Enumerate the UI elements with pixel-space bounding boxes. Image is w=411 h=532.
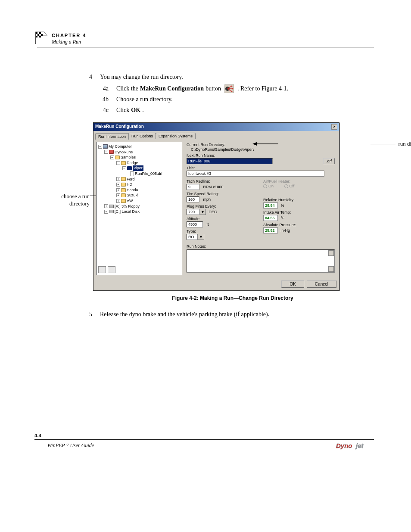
step-number: 4 (37, 72, 100, 81)
substep-number: 4b (37, 95, 116, 104)
tree-label[interactable]: Dodge (127, 160, 138, 166)
page-number: 4-4 (34, 433, 41, 438)
close-icon[interactable]: × (331, 124, 337, 130)
svg-rect-1 (39, 32, 41, 34)
directory-tree[interactable]: −My Computer −DynoRuns −Samples −Dodge −… (96, 142, 182, 275)
text: Click (116, 106, 129, 115)
expand-icon[interactable]: + (116, 199, 120, 203)
plug-input[interactable]: 720 (187, 209, 199, 215)
tree-label[interactable]: [A:] 3½ Floppy (115, 204, 140, 209)
tire-input[interactable]: 160 (187, 196, 199, 202)
intake-temp-value: 84.55 (263, 215, 278, 221)
body-content: 4 You may change the run directory. 4a C… (37, 72, 381, 321)
tree-label[interactable]: HD (127, 182, 132, 187)
tab-run-options[interactable]: Run Options (128, 133, 156, 139)
folder-icon (121, 188, 126, 192)
label-next-run-name: Next Run Name: (187, 153, 335, 158)
folder-icon (121, 183, 126, 187)
page-footer: 4-4 WinPEP 7 User Guide Dyno jet (34, 439, 374, 452)
new-folder-icon[interactable] (98, 266, 106, 273)
folder-icon (115, 156, 120, 159)
label-tach-redline: Tach Redline: (187, 179, 251, 184)
scrollbar-up-icon[interactable] (328, 250, 334, 256)
type-select[interactable]: RO (187, 234, 198, 240)
folder-icon (121, 193, 126, 197)
expand-icon[interactable]: + (104, 210, 108, 214)
current-run-dir-value: C:\DynoRuns\Samples\Dodge\Viper\ (187, 147, 254, 152)
drf-button[interactable]: .drf (323, 158, 335, 164)
abspress-unit: in-Hg (281, 228, 290, 233)
tree-label[interactable]: DynoRuns (115, 149, 133, 155)
tree-label[interactable]: RunFile_005.drf (135, 171, 162, 177)
scrollbar-down-icon[interactable] (328, 266, 334, 272)
tree-label[interactable]: My Computer (109, 144, 132, 149)
collapse-icon[interactable]: − (122, 166, 126, 170)
text: Click the (116, 84, 138, 93)
substep-text: Click OK . (116, 106, 381, 115)
radio-on: On (263, 184, 274, 188)
dialog-body: −My Computer −DynoRuns −Samples −Dodge −… (93, 139, 339, 278)
collapse-icon[interactable]: − (110, 156, 114, 159)
tree-label[interactable]: [C:] Local Disk (115, 209, 140, 215)
folder-icon (109, 150, 114, 154)
rel-humidity-value: 28.84 (263, 202, 278, 208)
text: . (142, 106, 144, 115)
tab-run-information[interactable]: Run Information (95, 133, 129, 140)
page-header: CHAPTER 4 Making a Run (37, 33, 374, 47)
label-rel-humidity: Relative Humidity: (263, 198, 335, 202)
expand-icon[interactable]: + (116, 177, 120, 181)
tree-label[interactable]: Suzuki (127, 193, 138, 198)
run-notes-textarea[interactable] (187, 249, 335, 273)
callout-run-directory: run directory (398, 140, 411, 148)
cancel-button[interactable]: Cancel (307, 280, 336, 288)
ok-button[interactable]: OK (281, 280, 304, 288)
tab-expansion-systems[interactable]: Expansion Systems (156, 133, 196, 139)
plug-dropdown[interactable]: ▼ (199, 209, 206, 215)
substep-number: 4a (37, 84, 116, 93)
tach-input[interactable]: 9 (187, 184, 199, 190)
dialog-titlebar[interactable]: MakeRun Configuration × (93, 123, 339, 131)
next-run-name-input[interactable]: RunFile_006 (187, 158, 273, 164)
figure-4-2: choose a run directory run directory Mak… (93, 122, 381, 301)
step-4: 4 You may change the run directory. (37, 72, 381, 81)
svg-text:jet: jet (355, 442, 364, 449)
tree-label[interactable]: Samples (121, 155, 136, 160)
expand-icon[interactable]: + (116, 188, 120, 192)
label-run-notes: Run Notes: (187, 244, 335, 249)
floppy-icon (109, 205, 114, 208)
refresh-icon[interactable] (108, 266, 115, 273)
chapter-label: CHAPTER 4 (52, 33, 374, 38)
title-input[interactable]: fuel tweak #3 (187, 171, 324, 177)
checkered-flag-icon (34, 31, 48, 45)
svg-point-9 (231, 85, 232, 87)
tree-label[interactable]: Honda (127, 187, 138, 193)
expand-icon[interactable]: + (116, 193, 120, 197)
step-4b: 4b Choose a run directory. (37, 95, 381, 104)
expand-icon[interactable]: + (104, 204, 108, 208)
intake-unit: °F (281, 216, 285, 220)
tree-label-selected[interactable]: Viper (133, 165, 143, 171)
makerun-config-dialog: MakeRun Configuration × Run Information … (93, 122, 339, 291)
tree-label[interactable]: Ford (127, 177, 135, 182)
tach-unit: RPM x1000 (203, 185, 224, 189)
dialog-footer: OK Cancel (93, 278, 339, 290)
callout-line (371, 144, 395, 144)
substep-number: 4c (37, 106, 116, 115)
type-dropdown[interactable]: ▼ (198, 234, 204, 240)
altitude-input[interactable]: 4500 (187, 221, 203, 227)
run-info-form: Current Run Directory: C:\DynoRuns\Sampl… (185, 142, 336, 275)
chapter-subtitle: Making a Run (52, 39, 374, 45)
file-icon (130, 171, 134, 176)
tree-label[interactable]: VW (127, 198, 133, 204)
text-bold: MakeRun Configuration (140, 84, 204, 93)
label-altitude: Altitude: (187, 217, 251, 221)
abs-pressure-value: 25.82 (263, 227, 278, 233)
collapse-icon[interactable]: − (104, 150, 108, 154)
svg-point-10 (232, 88, 233, 89)
text: button (206, 84, 221, 93)
collapse-icon[interactable]: − (98, 145, 102, 149)
collapse-icon[interactable]: − (116, 161, 120, 165)
svg-text:Dyno: Dyno (336, 442, 352, 449)
step-4a: 4a Click the MakeRun Configuration butto… (37, 84, 381, 93)
expand-icon[interactable]: + (116, 183, 120, 187)
